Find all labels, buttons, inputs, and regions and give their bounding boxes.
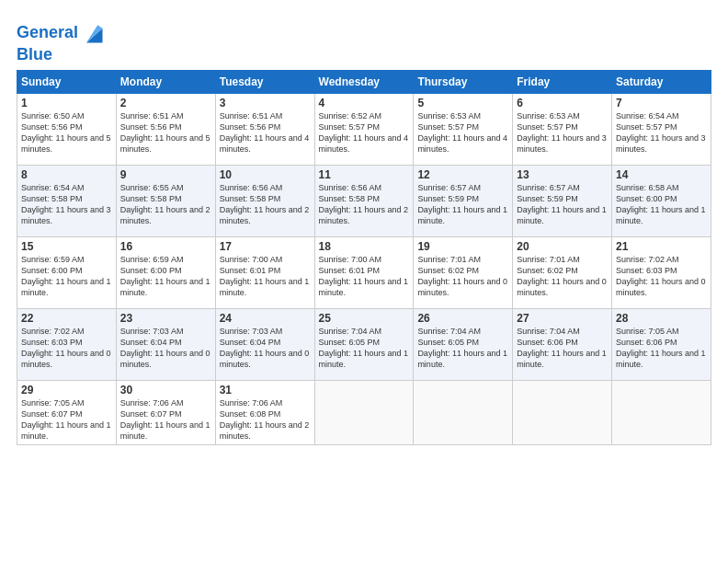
day-header-monday: Monday [116, 70, 215, 93]
day-number: 27 [517, 312, 608, 325]
cell-details: Sunrise: 6:51 AMSunset: 5:56 PMDaylight:… [220, 111, 310, 154]
day-number: 28 [616, 312, 707, 325]
cell-details: Sunrise: 7:03 AMSunset: 6:04 PMDaylight:… [220, 327, 310, 369]
cell-details: Sunrise: 7:04 AMSunset: 6:05 PMDaylight:… [319, 327, 409, 369]
calendar-cell: 12Sunrise: 6:57 AMSunset: 5:59 PMDayligh… [414, 165, 513, 236]
cell-details: Sunrise: 6:54 AMSunset: 5:58 PMDaylight:… [21, 183, 111, 225]
calendar-cell: 15Sunrise: 6:59 AMSunset: 6:00 PMDayligh… [17, 236, 117, 308]
cell-details: Sunrise: 6:55 AMSunset: 5:58 PMDaylight:… [120, 183, 210, 225]
calendar-cell: 11Sunrise: 6:56 AMSunset: 5:58 PMDayligh… [314, 165, 414, 236]
day-number: 1 [21, 97, 112, 109]
cell-details: Sunrise: 6:50 AMSunset: 5:56 PMDaylight:… [21, 111, 111, 154]
day-number: 20 [517, 240, 608, 253]
calendar-cell: 16Sunrise: 6:59 AMSunset: 6:00 PMDayligh… [116, 236, 215, 308]
calendar-cell: 23Sunrise: 7:03 AMSunset: 6:04 PMDayligh… [116, 308, 215, 380]
cell-details: Sunrise: 7:02 AMSunset: 6:03 PMDaylight:… [21, 327, 111, 369]
calendar-cell: 19Sunrise: 7:01 AMSunset: 6:02 PMDayligh… [414, 236, 513, 308]
day-number: 26 [417, 312, 508, 325]
logo-text: General [17, 24, 78, 42]
day-number: 4 [319, 97, 410, 109]
day-number: 13 [517, 168, 608, 181]
calendar-cell [414, 380, 513, 445]
day-number: 17 [220, 240, 311, 253]
day-number: 24 [220, 312, 311, 325]
cell-details: Sunrise: 6:59 AMSunset: 6:00 PMDaylight:… [120, 255, 210, 297]
calendar-cell: 13Sunrise: 6:57 AMSunset: 5:59 PMDayligh… [513, 165, 612, 236]
calendar-cell [612, 380, 711, 445]
day-number: 12 [417, 168, 508, 181]
logo: General Blue [17, 20, 106, 64]
cell-details: Sunrise: 6:56 AMSunset: 5:58 PMDaylight:… [220, 183, 310, 225]
calendar-cell: 4Sunrise: 6:52 AMSunset: 5:57 PMDaylight… [314, 93, 414, 165]
cell-details: Sunrise: 6:56 AMSunset: 5:58 PMDaylight:… [319, 183, 409, 225]
day-number: 19 [417, 240, 508, 253]
calendar-cell: 27Sunrise: 7:04 AMSunset: 6:06 PMDayligh… [513, 308, 612, 380]
day-number: 9 [120, 168, 211, 181]
day-number: 6 [517, 97, 608, 109]
calendar-cell [513, 380, 612, 445]
calendar-cell: 7Sunrise: 6:54 AMSunset: 5:57 PMDaylight… [612, 93, 711, 165]
day-number: 23 [120, 312, 211, 325]
day-number: 21 [616, 240, 707, 253]
calendar-cell: 5Sunrise: 6:53 AMSunset: 5:57 PMDaylight… [414, 93, 513, 165]
calendar-cell: 6Sunrise: 6:53 AMSunset: 5:57 PMDaylight… [513, 93, 612, 165]
cell-details: Sunrise: 6:58 AMSunset: 6:00 PMDaylight:… [616, 183, 706, 225]
day-header-wednesday: Wednesday [314, 70, 414, 93]
day-header-friday: Friday [513, 70, 612, 93]
calendar-header-row: SundayMondayTuesdayWednesdayThursdayFrid… [17, 70, 711, 93]
calendar-cell: 8Sunrise: 6:54 AMSunset: 5:58 PMDaylight… [17, 165, 117, 236]
cell-details: Sunrise: 7:06 AMSunset: 6:07 PMDaylight:… [120, 398, 210, 441]
calendar-cell: 25Sunrise: 7:04 AMSunset: 6:05 PMDayligh… [314, 308, 414, 380]
cell-details: Sunrise: 6:51 AMSunset: 5:56 PMDaylight:… [120, 111, 210, 154]
day-header-saturday: Saturday [612, 70, 711, 93]
calendar-cell: 22Sunrise: 7:02 AMSunset: 6:03 PMDayligh… [17, 308, 117, 380]
cell-details: Sunrise: 6:57 AMSunset: 5:59 PMDaylight:… [517, 183, 607, 225]
calendar-cell [314, 380, 414, 445]
cell-details: Sunrise: 6:59 AMSunset: 6:00 PMDaylight:… [21, 255, 111, 297]
calendar-cell: 20Sunrise: 7:01 AMSunset: 6:02 PMDayligh… [513, 236, 612, 308]
cell-details: Sunrise: 7:05 AMSunset: 6:07 PMDaylight:… [21, 398, 111, 441]
calendar-week-4: 22Sunrise: 7:02 AMSunset: 6:03 PMDayligh… [17, 308, 711, 380]
day-number: 2 [120, 97, 211, 109]
page: General Blue SundayMondayTuesdayWednesda… [0, 0, 728, 563]
cell-details: Sunrise: 7:00 AMSunset: 6:01 PMDaylight:… [220, 255, 310, 297]
cell-details: Sunrise: 7:00 AMSunset: 6:01 PMDaylight:… [319, 255, 409, 297]
cell-details: Sunrise: 7:05 AMSunset: 6:06 PMDaylight:… [616, 327, 706, 369]
calendar-cell: 21Sunrise: 7:02 AMSunset: 6:03 PMDayligh… [612, 236, 711, 308]
calendar-cell: 28Sunrise: 7:05 AMSunset: 6:06 PMDayligh… [612, 308, 711, 380]
calendar-cell: 17Sunrise: 7:00 AMSunset: 6:01 PMDayligh… [215, 236, 314, 308]
calendar-cell: 30Sunrise: 7:06 AMSunset: 6:07 PMDayligh… [116, 380, 215, 445]
cell-details: Sunrise: 6:53 AMSunset: 5:57 PMDaylight:… [417, 111, 507, 154]
day-number: 5 [417, 97, 508, 109]
header: General Blue [17, 17, 711, 64]
cell-details: Sunrise: 7:03 AMSunset: 6:04 PMDaylight:… [120, 327, 210, 369]
day-number: 7 [616, 97, 707, 109]
calendar-cell: 2Sunrise: 6:51 AMSunset: 5:56 PMDaylight… [116, 93, 215, 165]
calendar-week-5: 29Sunrise: 7:05 AMSunset: 6:07 PMDayligh… [17, 380, 711, 445]
calendar-week-3: 15Sunrise: 6:59 AMSunset: 6:00 PMDayligh… [17, 236, 711, 308]
calendar-cell: 3Sunrise: 6:51 AMSunset: 5:56 PMDaylight… [215, 93, 314, 165]
day-number: 18 [319, 240, 410, 253]
day-number: 31 [220, 384, 311, 396]
calendar-cell: 18Sunrise: 7:00 AMSunset: 6:01 PMDayligh… [314, 236, 414, 308]
calendar-cell: 31Sunrise: 7:06 AMSunset: 6:08 PMDayligh… [215, 380, 314, 445]
cell-details: Sunrise: 7:04 AMSunset: 6:06 PMDaylight:… [517, 327, 607, 369]
calendar-week-1: 1Sunrise: 6:50 AMSunset: 5:56 PMDaylight… [17, 93, 711, 165]
calendar-cell: 24Sunrise: 7:03 AMSunset: 6:04 PMDayligh… [215, 308, 314, 380]
calendar-cell: 29Sunrise: 7:05 AMSunset: 6:07 PMDayligh… [17, 380, 117, 445]
day-number: 15 [21, 240, 112, 253]
calendar-cell: 14Sunrise: 6:58 AMSunset: 6:00 PMDayligh… [612, 165, 711, 236]
day-header-sunday: Sunday [17, 70, 117, 93]
day-header-tuesday: Tuesday [215, 70, 314, 93]
day-number: 22 [21, 312, 112, 325]
cell-details: Sunrise: 6:57 AMSunset: 5:59 PMDaylight:… [417, 183, 507, 225]
cell-details: Sunrise: 7:02 AMSunset: 6:03 PMDaylight:… [616, 255, 706, 297]
cell-details: Sunrise: 6:53 AMSunset: 5:57 PMDaylight:… [517, 111, 607, 154]
cell-details: Sunrise: 6:52 AMSunset: 5:57 PMDaylight:… [319, 111, 409, 154]
cell-details: Sunrise: 7:01 AMSunset: 6:02 PMDaylight:… [517, 255, 607, 297]
logo-text-blue: Blue [17, 46, 106, 64]
calendar-week-2: 8Sunrise: 6:54 AMSunset: 5:58 PMDaylight… [17, 165, 711, 236]
calendar-cell: 9Sunrise: 6:55 AMSunset: 5:58 PMDaylight… [116, 165, 215, 236]
day-number: 3 [220, 97, 311, 109]
logo-icon [80, 20, 106, 46]
